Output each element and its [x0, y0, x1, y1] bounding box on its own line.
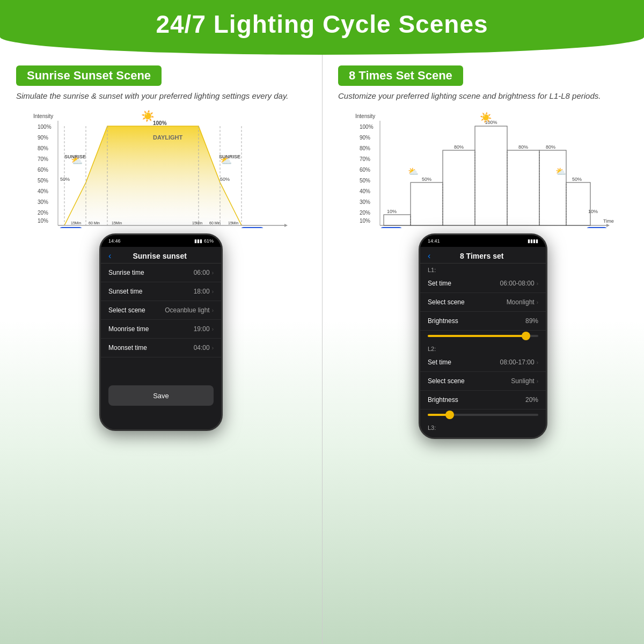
- l1-thumb[interactable]: [522, 332, 530, 340]
- label-sunrise-time: Sunrise time: [108, 269, 144, 276]
- back-arrow-right[interactable]: ‹: [428, 251, 430, 261]
- svg-rect-89: [380, 227, 402, 228]
- svg-text:10%: 10%: [38, 218, 48, 224]
- value-moonset-time: 04:00 ›: [194, 344, 214, 352]
- svg-text:60 Min: 60 Min: [209, 221, 221, 225]
- l2-scene-value: Sunlight ›: [511, 377, 538, 385]
- l1-scene-value: Moonlight ›: [507, 298, 538, 306]
- svg-rect-91: [586, 227, 608, 228]
- svg-text:50%: 50%: [38, 178, 48, 184]
- svg-text:SUNRISE: SUNRISE: [64, 154, 86, 159]
- phone-title-right: 8 Timers set: [436, 252, 528, 260]
- l1-select-scene[interactable]: Select scene Moonlight ›: [420, 293, 546, 312]
- svg-marker-13: [284, 224, 288, 227]
- phone-status-right: ▮▮▮▮: [528, 238, 538, 244]
- svg-text:15Min: 15Min: [71, 221, 81, 225]
- l2-brightness-value: 20%: [525, 396, 538, 404]
- svg-text:50%: 50%: [572, 177, 582, 182]
- 8times-scene-desc: Customize your preferred lighting scene …: [338, 90, 628, 101]
- svg-text:40%: 40%: [38, 188, 48, 194]
- phone-item-moonrise-time[interactable]: Moonrise time 19:00 ›: [101, 320, 221, 339]
- l2-set-time-label: Set time: [428, 358, 451, 366]
- phone-title-left: Sunrise sunset: [116, 252, 203, 260]
- svg-text:90%: 90%: [38, 135, 48, 141]
- phone-nav-left: ‹ Sunrise sunset: [101, 247, 221, 264]
- l2-brightness-slider[interactable]: [420, 409, 546, 421]
- phone-time-left: 14:46: [108, 238, 121, 244]
- 8times-chart-svg: Intensity 100% 90% 80% 70% 60% 50% 40% 3…: [338, 110, 628, 228]
- svg-text:100%: 100%: [360, 124, 374, 130]
- svg-rect-59: [507, 150, 539, 225]
- phone-nav-right: ‹ 8 Timers set: [420, 247, 546, 264]
- value-select-scene: Oceanblue light ›: [165, 306, 214, 314]
- svg-rect-30: [59, 227, 83, 228]
- svg-text:DAYLIGHT: DAYLIGHT: [153, 134, 182, 141]
- section-l3-label: L3:: [420, 421, 546, 432]
- 8times-chart: Intensity 100% 90% 80% 70% 60% 50% 40% 3…: [338, 110, 628, 228]
- left-panel: Sunrise Sunset Scene Simulate the sunris…: [0, 55, 322, 644]
- svg-rect-58: [475, 126, 507, 225]
- svg-rect-61: [566, 182, 590, 225]
- svg-text:60%: 60%: [360, 167, 370, 173]
- phone-item-sunrise-time[interactable]: Sunrise time 06:00 ›: [101, 264, 221, 282]
- sunrise-chart-svg: Intensity 100% 90% 80% 70% 60% 50% 40% 3…: [16, 110, 306, 228]
- l2-thumb[interactable]: [445, 411, 454, 419]
- svg-text:30%: 30%: [360, 199, 370, 205]
- svg-text:70%: 70%: [38, 156, 48, 162]
- svg-text:20%: 20%: [360, 210, 370, 216]
- svg-text:☀️: ☀️: [480, 112, 492, 123]
- phone-notch-right: 14:41 ▮▮▮▮: [420, 235, 546, 247]
- right-phone-mockup: 14:41 ▮▮▮▮ ‹ 8 Timers set L1: Set time 0…: [419, 233, 547, 439]
- svg-text:⛅: ⛅: [555, 166, 566, 177]
- phone-time-right: 14:41: [428, 238, 440, 244]
- l1-set-time-value: 06:00-08:00 ›: [500, 280, 538, 287]
- svg-text:☀️: ☀️: [141, 110, 155, 122]
- section-l1-label: L1:: [420, 264, 546, 274]
- l2-set-time[interactable]: Set time 08:00-17:00 ›: [420, 353, 546, 372]
- back-arrow-left[interactable]: ‹: [108, 251, 111, 261]
- l1-fill: [428, 335, 526, 337]
- phone-battery-left: ▮▮▮ 61%: [194, 238, 214, 244]
- sunrise-scene-desc: Simulate the sunrise & sunset with your …: [16, 90, 306, 101]
- svg-rect-38: [240, 227, 264, 228]
- phone-screen-left: ‹ Sunrise sunset Sunrise time 06:00 › Su…: [101, 247, 221, 429]
- svg-text:15Min: 15Min: [112, 221, 122, 225]
- page-title: 24/7 Lighting Cycle Scenes: [0, 10, 644, 39]
- svg-text:30%: 30%: [38, 199, 48, 205]
- svg-marker-14: [64, 126, 241, 225]
- value-moonrise-time: 19:00 ›: [194, 325, 214, 333]
- l2-select-scene[interactable]: Select scene Sunlight ›: [420, 372, 546, 391]
- value-sunrise-time: 06:00 ›: [194, 269, 214, 276]
- svg-rect-57: [443, 150, 475, 225]
- l2-set-time-value: 08:00-17:00 ›: [500, 358, 538, 366]
- svg-rect-60: [539, 150, 566, 225]
- label-moonset-time: Moonset time: [108, 344, 147, 352]
- l1-set-time-label: Set time: [428, 280, 451, 287]
- svg-text:Intensity: Intensity: [33, 113, 53, 119]
- svg-text:50%: 50%: [360, 178, 370, 184]
- svg-text:50%: 50%: [60, 177, 70, 182]
- svg-rect-55: [384, 215, 411, 225]
- save-button[interactable]: Save: [108, 385, 214, 406]
- value-sunset-time: 18:00 ›: [194, 288, 214, 295]
- phone-item-sunset-time[interactable]: Sunset time 18:00 ›: [101, 282, 221, 301]
- l1-set-time[interactable]: Set time 06:00-08:00 ›: [420, 274, 546, 293]
- 8times-scene-label: 8 Times Set Scene: [338, 65, 463, 86]
- l1-scene-label: Select scene: [428, 298, 465, 306]
- svg-text:15Min: 15Min: [228, 221, 238, 225]
- phone-notch-left: 14:46 ▮▮▮ 61%: [101, 235, 221, 247]
- l1-brightness-slider[interactable]: [420, 331, 546, 342]
- section-l2-label: L2:: [420, 342, 546, 353]
- l1-brightness-label: Brightness: [428, 317, 458, 325]
- svg-text:10%: 10%: [387, 209, 397, 214]
- l2-brightness-label: Brightness: [428, 396, 458, 404]
- svg-text:20%: 20%: [38, 210, 48, 216]
- svg-text:15Min: 15Min: [192, 221, 202, 225]
- l1-brightness: Brightness 89%: [420, 312, 546, 331]
- phone-item-moonset-time[interactable]: Moonset time 04:00 ›: [101, 339, 221, 357]
- phone-item-select-scene[interactable]: Select scene Oceanblue light ›: [101, 301, 221, 320]
- svg-text:40%: 40%: [360, 188, 370, 194]
- svg-text:70%: 70%: [360, 156, 370, 162]
- svg-text:Time: Time: [603, 218, 614, 224]
- svg-text:80%: 80%: [546, 144, 555, 150]
